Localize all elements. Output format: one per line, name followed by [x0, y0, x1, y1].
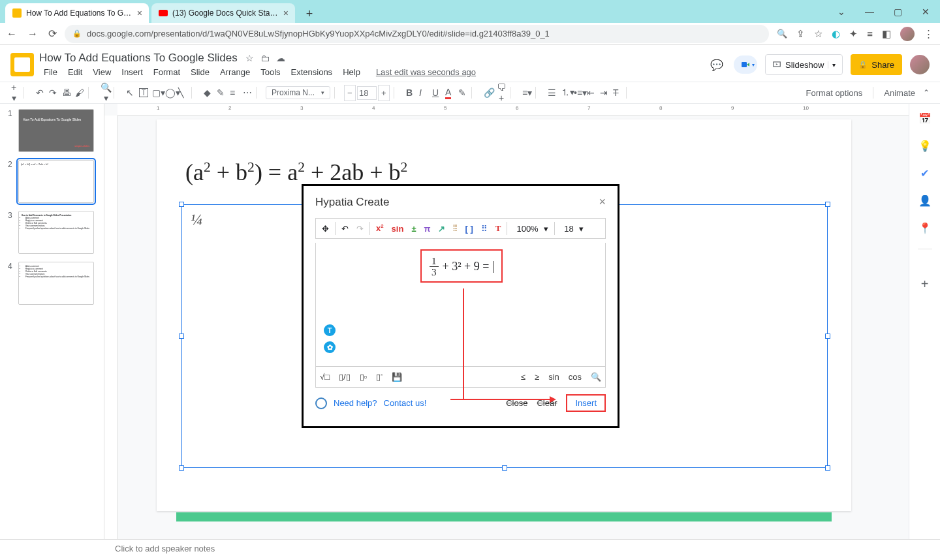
redo-icon[interactable]: ↷ [46, 85, 58, 101]
line-spacing-icon[interactable]: ☰ [545, 85, 557, 101]
resize-handle[interactable] [179, 334, 184, 339]
sqrt-icon[interactable]: √□ [320, 372, 330, 382]
slide-thumbnail-1[interactable]: How To Add Equations To Google Slides si… [18, 109, 94, 152]
search-icon[interactable]: 🔍 [591, 372, 601, 382]
comment-history-icon[interactable]: 💬 [708, 55, 726, 74]
url-box[interactable]: 🔒 docs.google.com/presentation/d/1waQN0V… [65, 25, 769, 43]
slide-thumbnail-3[interactable]: How to Add Comments to Google Slides Pre… [18, 211, 94, 254]
zoom-icon[interactable]: 🔍 [777, 29, 787, 39]
contacts-icon[interactable]: 👤 [918, 194, 932, 207]
text-icon[interactable]: T [492, 222, 505, 235]
indent-inc-icon[interactable]: ⇥ [597, 85, 609, 101]
speaker-notes[interactable]: Click to add speaker notes [0, 539, 940, 560]
dialog-close-icon[interactable]: × [599, 195, 606, 209]
menu-view[interactable]: View [88, 66, 116, 78]
menu-tools[interactable]: Tools [256, 66, 285, 78]
cloud-status-icon[interactable]: ☁ [276, 53, 285, 63]
zoom-dropdown[interactable]: 100% ▾ [510, 223, 552, 235]
grid-icon[interactable]: ⠿ [478, 223, 491, 235]
subscript-icon[interactable]: ▯▫ [360, 372, 368, 382]
star-icon[interactable]: ☆ [245, 53, 254, 63]
highlight-icon[interactable]: ✎ [456, 85, 467, 101]
arrow-icon[interactable]: ↗ [435, 223, 448, 235]
resize-handle[interactable] [179, 465, 184, 471]
line-icon[interactable]: ╲ [176, 85, 187, 101]
maps-icon[interactable]: 📍 [918, 221, 932, 234]
resize-handle[interactable] [825, 202, 830, 207]
tasks-icon[interactable]: ✔ [918, 166, 932, 179]
geq-icon[interactable]: ≥ [535, 372, 539, 382]
link-icon[interactable]: 🔗 [481, 85, 493, 101]
sin-button[interactable]: sin [548, 372, 559, 382]
paint-format-icon[interactable]: 🖌 [72, 85, 84, 101]
text-tool-icon[interactable]: T [324, 324, 336, 336]
text-color-icon[interactable]: A [443, 84, 454, 102]
tab-close-icon[interactable]: × [137, 8, 142, 18]
addons-plus-icon[interactable]: + [921, 277, 929, 292]
equation-editor-canvas[interactable]: 13 + 3² + 9 = T ✿ [315, 243, 606, 367]
meet-button[interactable]: ▾ [734, 55, 757, 74]
plusminus-icon[interactable]: ± [408, 223, 419, 235]
pi-icon[interactable]: π [421, 223, 434, 235]
resize-handle[interactable] [179, 202, 184, 207]
resize-handle[interactable] [825, 465, 830, 471]
numbered-list-icon[interactable]: ⒈▾ [558, 84, 570, 101]
menu-extensions[interactable]: Extensions [287, 66, 337, 78]
tab-close-icon[interactable]: × [283, 8, 289, 18]
frac-icon[interactable]: ▯/▯ [339, 372, 351, 382]
leq-icon[interactable]: ≤ [521, 372, 525, 382]
last-edit-link[interactable]: Last edit was seconds ago [371, 66, 480, 78]
new-tab-button[interactable]: + [300, 5, 319, 23]
menu-dots-icon[interactable]: ⋮ [924, 28, 933, 40]
share-url-icon[interactable]: ⇪ [796, 28, 805, 40]
chrome-profile-avatar[interactable] [900, 27, 915, 41]
contact-link[interactable]: Contact us! [384, 398, 427, 408]
bookmark-icon[interactable]: ☆ [814, 28, 822, 40]
extension-icon-1[interactable]: ◐ [832, 28, 840, 40]
collapse-toolbar-icon[interactable]: ⌃ [923, 88, 930, 97]
expand-icon[interactable]: ✥ [319, 223, 332, 235]
fill-color-icon[interactable]: ◆ [201, 85, 213, 101]
format-options-button[interactable]: Format options [806, 88, 863, 98]
slides-logo-icon[interactable] [10, 53, 34, 76]
resize-handle[interactable] [502, 465, 507, 471]
bulleted-list-icon[interactable]: •≡▾ [571, 85, 583, 101]
sidepanel-icon[interactable]: ◧ [882, 28, 891, 40]
border-dash-icon[interactable]: ⋯ [240, 85, 252, 101]
back-icon[interactable]: ← [7, 28, 17, 40]
shape-icon[interactable]: ◯▾ [163, 85, 174, 101]
menu-file[interactable]: File [39, 66, 62, 78]
print-icon[interactable]: 🖶 [59, 85, 71, 101]
brackets-icon[interactable]: [ ] [462, 223, 476, 235]
menu-format[interactable]: Format [149, 66, 185, 78]
browser-tab[interactable]: (13) Google Docs Quick Start Gui × [151, 3, 295, 23]
undo-icon[interactable]: ↶ [33, 85, 45, 101]
font-decrease-button[interactable]: − [344, 85, 356, 101]
zoom-dropdown[interactable]: 🔍 ▾ [98, 80, 110, 106]
superscript-icon[interactable]: ▯▫ [376, 372, 383, 382]
chevron-down-icon[interactable]: ⌄ [834, 4, 849, 20]
reload-icon[interactable]: ⟳ [48, 27, 57, 40]
minimize-icon[interactable]: — [861, 4, 878, 20]
comment-icon[interactable]: 🗨+ [494, 80, 506, 106]
doc-title[interactable]: How To Add Equations To Google Slides [39, 52, 238, 65]
font-increase-button[interactable]: + [378, 85, 390, 101]
cos-button[interactable]: cos [569, 372, 582, 382]
textbox-icon[interactable]: 🅃 [136, 85, 148, 101]
menu-arrange[interactable]: Arrange [215, 66, 255, 78]
font-size-dropdown[interactable]: 18 ▾ [557, 223, 587, 235]
font-size-input[interactable]: 18 [357, 86, 377, 100]
close-window-icon[interactable]: ✕ [918, 4, 933, 20]
border-weight-icon[interactable]: ≡ [227, 85, 239, 101]
font-picker[interactable]: Proxima N...▾ [266, 86, 330, 99]
insert-button[interactable]: Insert [566, 394, 606, 412]
menu-help[interactable]: Help [338, 66, 365, 78]
resize-handle[interactable] [825, 334, 830, 339]
select-tool-icon[interactable]: ↖ [123, 85, 135, 101]
redo-icon[interactable]: ↷ [353, 223, 367, 235]
italic-icon[interactable]: I [416, 85, 428, 101]
menu-edit[interactable]: Edit [63, 66, 87, 78]
need-help-link[interactable]: Need help? [334, 398, 377, 408]
calendar-icon[interactable]: 📅 [918, 112, 932, 125]
share-button[interactable]: 🔒 Share [851, 54, 902, 75]
